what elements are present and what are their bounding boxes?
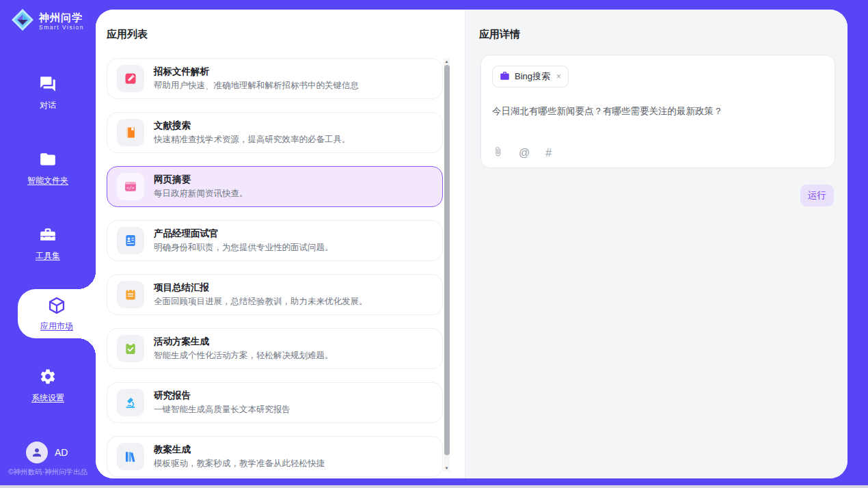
list-item-research-report[interactable]: 研究报告 一键智能生成高质量长文本研究报告 (107, 382, 443, 423)
brand-logo: 神州问学 Smart Vision (11, 8, 84, 34)
sidebar-item-label: 系统设置 (31, 392, 64, 404)
diamond-logo-icon (11, 8, 34, 34)
sidebar-item-settings[interactable]: 系统设置 (0, 368, 96, 404)
app-desc: 帮助用户快速、准确地理解和解析招标书中的关键信息 (154, 81, 359, 91)
icon-tile (117, 335, 144, 362)
avatar (26, 442, 48, 463)
icon-tile (117, 443, 144, 470)
paperclip-icon[interactable] (493, 146, 503, 159)
tool-tag-bing-search[interactable]: Bing搜索 × (492, 66, 569, 87)
app-desc: 快速精准查找学术资源，提高研究效率的必备工具。 (154, 135, 351, 145)
app-name: 网页摘要 (154, 174, 248, 185)
list-item-pm-interviewer[interactable]: 产品经理面试官 明确身份和职责，为您提供专业性的面试问题。 (107, 220, 443, 261)
icon-tile (117, 119, 144, 146)
app-name: 项目总结汇报 (154, 282, 368, 293)
notepad-icon (124, 288, 137, 301)
list-item-web-summary[interactable]: </> 网页摘要 每日政府新闻资讯快查。 (107, 166, 443, 207)
microscope-icon (124, 396, 137, 409)
user-name: AD (55, 447, 68, 458)
icon-tile (117, 227, 144, 254)
app-desc: 每日政府新闻资讯快查。 (154, 189, 248, 199)
clipboard-check-icon (124, 342, 137, 355)
sidebar-item-toolset[interactable]: 工具集 (0, 226, 96, 262)
sidebar-item-label: 工具集 (36, 250, 60, 262)
user-account[interactable]: AD (26, 442, 68, 463)
run-button[interactable]: 运行 (800, 185, 834, 206)
book-icon (124, 126, 137, 139)
icon-tile (117, 65, 144, 92)
app-list-pane: 应用列表 招标文件解析 帮助用户快速、准确地理解和解析招标书中的关键信息 (96, 10, 465, 478)
copyright-footer: ©神州数码·神州问学出品 (0, 467, 96, 477)
sidebar-item-label: 智能文件夹 (27, 175, 68, 187)
app-name: 研究报告 (154, 390, 290, 401)
app-detail-pane: 应用详情 Bing搜索 × 今日湖北有哪些新闻要点？有哪些需要关注的最新政策？ … (465, 10, 847, 478)
app-name: 教案生成 (154, 444, 325, 455)
app-list: 招标文件解析 帮助用户快速、准确地理解和解析招标书中的关键信息 文献搜索 快速精… (107, 58, 443, 478)
composer-toolbar: @ # (493, 146, 552, 159)
app-name: 招标文件解析 (154, 66, 359, 77)
brand-name: 神州问学 (39, 12, 84, 23)
prompt-text[interactable]: 今日湖北有哪些新闻要点？有哪些需要关注的最新政策？ (492, 105, 824, 118)
tool-tag-label: Bing搜索 (515, 70, 550, 83)
app-desc: 一键智能生成高质量长文本研究报告 (154, 405, 290, 415)
list-item-project-summary[interactable]: 项目总结汇报 全面回顾项目进展，总结经验教训，助力未来优化发展。 (107, 274, 443, 315)
resume-icon (124, 234, 137, 247)
list-scrollbar[interactable]: ▲ ▼ (444, 58, 450, 472)
briefcase-icon (500, 70, 510, 83)
app-desc: 智能生成个性化活动方案，轻松解决规划难题。 (154, 351, 334, 361)
app-desc: 明确身份和职责，为您提供专业性的面试问题。 (154, 243, 334, 253)
sidebar-item-chat[interactable]: 对话 (0, 75, 96, 111)
sidebar-item-label: 对话 (40, 100, 56, 111)
scroll-up-icon[interactable]: ▲ (444, 58, 450, 65)
toolbox-icon (39, 226, 57, 246)
app-desc: 模板驱动，教案秒成，教学准备从此轻松快捷 (154, 459, 325, 469)
sidebar-item-smart-folder[interactable]: 智能文件夹 (0, 150, 96, 187)
sidebar-item-app-market[interactable]: 应用市场 (18, 289, 96, 338)
app-name: 活动方案生成 (154, 336, 334, 347)
brand-subtitle: Smart Vision (39, 25, 84, 31)
list-item-lesson-plan[interactable]: 教案生成 模板驱动，教案秒成，教学准备从此轻松快捷 (107, 436, 443, 477)
app-desc: 全面回顾项目进展，总结经验教训，助力未来优化发展。 (154, 297, 368, 307)
app-window: 神州问学 Smart Vision 对话 智能文件夹 工具集 (0, 0, 868, 488)
browser-code-icon: </> (124, 180, 137, 193)
cube-icon (47, 296, 66, 318)
app-name: 文献搜索 (154, 120, 351, 131)
doc-edit-icon (124, 72, 137, 85)
app-detail-title: 应用详情 (479, 28, 520, 41)
prompt-card: Bing搜索 × 今日湖北有哪些新闻要点？有哪些需要关注的最新政策？ @ # (480, 55, 835, 168)
icon-tile (117, 281, 144, 308)
scrollbar-thumb[interactable] (444, 65, 450, 455)
gear-icon (39, 368, 57, 388)
list-item-literature-search[interactable]: 文献搜索 快速精准查找学术资源，提高研究效率的必备工具。 (107, 112, 443, 153)
content-panel: 应用列表 招标文件解析 帮助用户快速、准确地理解和解析招标书中的关键信息 (96, 10, 847, 478)
scroll-down-icon[interactable]: ▼ (444, 465, 450, 472)
svg-text:</>: </> (126, 185, 135, 190)
app-list-title: 应用列表 (107, 28, 148, 41)
folder-icon (39, 150, 57, 171)
bottom-edge-strip (0, 485, 868, 488)
mention-icon[interactable]: @ (519, 148, 530, 159)
app-name: 产品经理面试官 (154, 228, 334, 239)
list-item-activity-plan[interactable]: 活动方案生成 智能生成个性化活动方案，轻松解决规划难题。 (107, 328, 443, 369)
list-item-bid-analysis[interactable]: 招标文件解析 帮助用户快速、准确地理解和解析招标书中的关键信息 (107, 58, 443, 99)
hash-icon[interactable]: # (545, 148, 552, 159)
close-icon[interactable]: × (556, 72, 561, 81)
sidebar-item-label: 应用市场 (40, 321, 73, 332)
icon-tile (117, 389, 144, 416)
chat-icon (39, 75, 57, 96)
icon-tile: </> (117, 173, 144, 200)
books-icon (124, 450, 137, 463)
sidebar: 神州问学 Smart Vision 对话 智能文件夹 工具集 (0, 0, 96, 488)
